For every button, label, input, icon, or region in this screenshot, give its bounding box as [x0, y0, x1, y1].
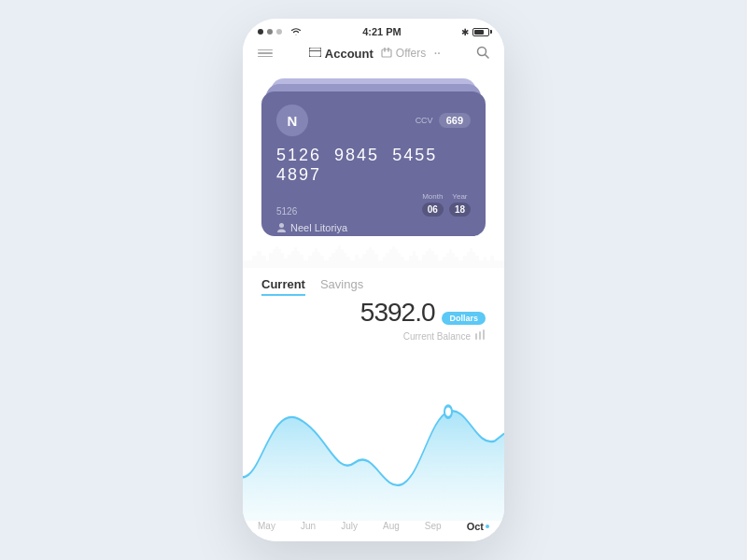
ccv-label: CCV	[416, 116, 433, 125]
x-active-dot	[486, 525, 489, 528]
wifi-icon	[289, 26, 303, 37]
status-dot-2	[267, 29, 273, 35]
nav-bar: Account Offers ··	[243, 41, 504, 69]
balance-label: Current Balance	[261, 329, 486, 343]
year-label: Year	[452, 192, 467, 201]
svg-rect-10	[483, 329, 485, 340]
offers-tab-icon	[381, 48, 392, 60]
month-value: 06	[422, 203, 444, 217]
svg-point-7	[279, 223, 284, 228]
svg-rect-9	[479, 331, 481, 340]
x-axis: May Jun July Aug Sep Oct	[243, 521, 504, 541]
tab-savings[interactable]: Savings	[320, 277, 363, 296]
menu-button[interactable]	[258, 49, 273, 58]
card-number: 5126 9845 5455 4897	[276, 146, 471, 185]
phone-frame: 4:21 PM ✱ Account	[243, 19, 504, 541]
nav-tabs: Account Offers ··	[309, 45, 440, 62]
x-label-aug: Aug	[383, 521, 400, 532]
year-value: 18	[449, 203, 471, 217]
status-time: 4:21 PM	[362, 26, 402, 37]
x-label-sep: Sep	[425, 521, 442, 532]
balance-row: 5392.0 Dollars	[261, 298, 486, 328]
svg-rect-8	[475, 333, 477, 340]
tab-account-label: Account	[325, 47, 374, 61]
balance-chart-icon	[474, 329, 486, 343]
status-left	[258, 26, 303, 37]
search-button[interactable]	[476, 46, 489, 62]
card-stack: N CCV 669 5126 9845 5455 4897 5126	[261, 78, 486, 242]
account-tab-icon	[309, 48, 321, 59]
card-owner-name: Neel Litoriya	[276, 222, 471, 233]
ccv-value: 669	[439, 113, 471, 128]
x-label-july: July	[341, 521, 358, 532]
card-ccv-section: CCV 669	[416, 113, 471, 128]
x-label-may: May	[258, 521, 275, 532]
balance-tabs: Current Savings	[261, 277, 486, 296]
month-label: Month	[422, 192, 443, 201]
nav-more-dots[interactable]: ··	[433, 45, 440, 62]
card-sub-number: 5126	[276, 206, 297, 217]
x-label-jun: Jun	[301, 521, 316, 532]
city-skyline	[243, 242, 504, 268]
cards-section: N CCV 669 5126 9845 5455 4897 5126	[243, 69, 504, 242]
bluetooth-icon: ✱	[461, 27, 469, 37]
battery-fill	[474, 30, 484, 35]
balance-amount: 5392.0	[360, 298, 435, 328]
x-label-oct-container: Oct	[467, 521, 489, 532]
card-top-row: N CCV 669	[276, 105, 471, 136]
chart-section	[243, 346, 504, 521]
svg-point-11	[444, 406, 452, 417]
tab-account[interactable]: Account	[309, 47, 374, 61]
status-right: ✱	[461, 27, 489, 37]
tab-offers[interactable]: Offers	[381, 47, 426, 60]
svg-rect-0	[309, 48, 321, 57]
card-avatar: N	[276, 105, 308, 136]
balance-currency: Dollars	[442, 312, 486, 325]
x-label-oct: Oct	[467, 521, 484, 532]
battery-icon	[472, 28, 489, 36]
card-date-row: Month 06 Year 18	[422, 192, 471, 217]
status-dot-3	[276, 29, 282, 35]
tab-current[interactable]: Current	[261, 277, 305, 296]
status-bar: 4:21 PM ✱	[243, 19, 504, 41]
status-dot-1	[258, 29, 263, 35]
tab-offers-label: Offers	[396, 47, 426, 60]
svg-rect-2	[382, 49, 391, 57]
balance-section: Current Savings 5392.0 Dollars Current B…	[243, 268, 504, 346]
credit-card[interactable]: N CCV 669 5126 9845 5455 4897 5126	[261, 91, 486, 236]
person-icon	[276, 222, 287, 233]
svg-line-6	[485, 54, 488, 58]
